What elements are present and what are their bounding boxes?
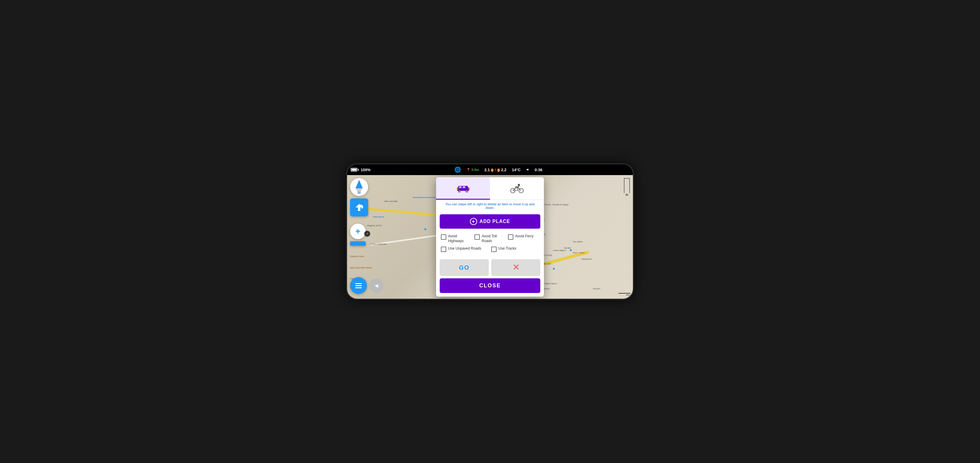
clock: 0:36 [535,168,542,172]
checkbox-avoid-ferry[interactable]: Avoid Ferry [508,234,539,240]
checkbox-avoid-ferry-label: Avoid Ferry [515,234,533,239]
globe-icon: 🌐 [454,166,461,173]
bluetooth-icon: ⚭ [526,168,529,172]
checkbox-avoid-toll[interactable]: Avoid TollRoads [474,234,506,243]
checkbox-unpaved-box[interactable] [441,247,446,252]
map-container: Alle Carrette Downtown Accommodation Cré… [347,175,633,299]
speed-display: 2.1 ( ! ) 2.2 [484,168,506,172]
checkbox-avoid-highways-box[interactable] [441,234,446,240]
checkbox-avoid-highways[interactable]: AvoidHighways [441,234,472,243]
bike-icon [509,182,525,194]
transport-tabs [436,177,544,200]
svg-line-18 [515,187,516,188]
temperature: 14°C [512,168,520,172]
modal-overlay: You can swipe left or right to delete an… [347,175,633,299]
options-row-2: Use Unpaved Roads Use Tracks [441,246,539,252]
cancel-button[interactable]: ✕ [491,259,540,276]
svg-point-6 [458,190,460,192]
options-section: AvoidHighways Avoid TollRoads Avoid Ferr… [436,231,544,258]
status-center: 🌐 📍 5.0m 2.1 ( ! ) 2.2 14°C ⚭ 0:36 [454,166,542,173]
svg-rect-10 [468,188,469,189]
checkbox-tracks-box[interactable] [491,247,496,252]
checkbox-avoid-highways-label: AvoidHighways [448,234,464,243]
checkbox-avoid-toll-label: Avoid TollRoads [482,234,497,243]
close-button[interactable]: CLOSE [440,278,540,293]
add-place-button[interactable]: + ADD PLACE [440,214,540,229]
action-buttons: GO ✕ [440,259,540,276]
svg-point-21 [518,184,520,187]
tab-bike[interactable] [490,177,544,200]
status-bar: 100% 🌐 📍 5.0m 2.1 ( ! ) 2.2 14°C ⚭ 0:36 [347,164,633,175]
svg-rect-3 [459,186,461,188]
options-row-1: AvoidHighways Avoid TollRoads Avoid Ferr… [441,234,539,243]
status-left: 100% [351,168,371,172]
checkbox-unpaved-label: Use Unpaved Roads [448,246,481,251]
tab-car[interactable] [436,177,490,200]
battery-percent: 100% [361,168,371,172]
car-icon [455,182,471,194]
checkbox-tracks-label: Use Tracks [498,246,516,251]
checkbox-unpaved[interactable]: Use Unpaved Roads [441,246,489,252]
checkbox-avoid-toll-box[interactable] [474,234,480,240]
route-modal: You can swipe left or right to delete an… [436,177,544,297]
battery-icon [351,168,359,171]
go-button[interactable]: GO [440,259,489,276]
add-place-label: ADD PLACE [479,219,510,224]
cancel-icon: ✕ [512,263,519,272]
checkbox-avoid-ferry-box[interactable] [508,234,513,240]
phone-frame: 100% 🌐 📍 5.0m 2.1 ( ! ) 2.2 14°C ⚭ 0:36 [346,163,634,300]
svg-rect-9 [457,188,458,189]
swipe-hint: You can swipe left or right to delete an… [436,200,544,212]
plus-circle-icon: + [470,218,477,225]
svg-point-8 [466,190,468,192]
svg-rect-4 [463,186,465,188]
checkbox-tracks[interactable]: Use Tracks [491,246,539,252]
gps-indicator: 📍 5.0m [466,168,479,172]
